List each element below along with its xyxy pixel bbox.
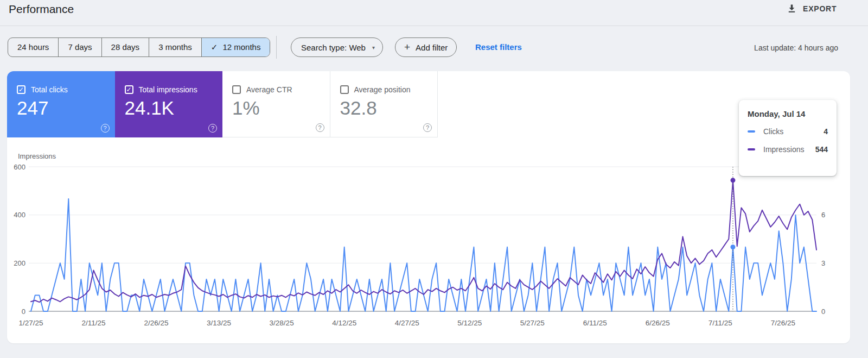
date-range-7-days[interactable]: 7 days bbox=[58, 38, 101, 56]
svg-text:2/11/25: 2/11/25 bbox=[82, 319, 106, 327]
performance-line-chart[interactable]: 02004006000369Impressions1/27/252/11/252… bbox=[7, 71, 850, 343]
header-divider bbox=[0, 26, 868, 26]
svg-text:5/12/25: 5/12/25 bbox=[457, 319, 482, 327]
search-type-label: Search type: Web bbox=[301, 43, 366, 52]
tooltip-clicks-value: 4 bbox=[824, 127, 828, 136]
tooltip-row-impressions: Impressions 544 bbox=[748, 145, 828, 154]
svg-text:7/11/25: 7/11/25 bbox=[709, 319, 732, 327]
svg-text:200: 200 bbox=[14, 259, 25, 267]
tooltip-date: Monday, Jul 14 bbox=[748, 109, 828, 118]
svg-text:5/27/25: 5/27/25 bbox=[520, 319, 545, 327]
chevron-down-icon: ▾ bbox=[372, 45, 375, 51]
svg-text:400: 400 bbox=[14, 211, 25, 219]
svg-text:3/13/25: 3/13/25 bbox=[207, 319, 231, 327]
svg-text:3/28/25: 3/28/25 bbox=[270, 319, 294, 327]
svg-text:7/26/25: 7/26/25 bbox=[771, 319, 795, 327]
date-range-3-months[interactable]: 3 months bbox=[149, 38, 201, 56]
page-title: Performance bbox=[9, 3, 74, 16]
date-range-12-months[interactable]: ✓ 12 months bbox=[201, 38, 270, 56]
date-range-12-months-label: 12 months bbox=[222, 38, 260, 56]
svg-text:4/27/25: 4/27/25 bbox=[395, 319, 419, 327]
reset-filters-link[interactable]: Reset filters bbox=[475, 42, 522, 52]
date-range-24-hours[interactable]: 24 hours bbox=[8, 38, 58, 56]
left-axis-title: Impressions bbox=[18, 152, 56, 160]
plus-icon: + bbox=[404, 41, 410, 53]
tooltip-impressions-value: 544 bbox=[815, 145, 828, 154]
svg-text:0: 0 bbox=[22, 307, 25, 316]
impressions-swatch-icon bbox=[748, 148, 755, 150]
search-type-dropdown[interactable]: Search type: Web ▾ bbox=[291, 37, 383, 57]
last-update-text: Last update: 4 hours ago bbox=[754, 43, 838, 52]
svg-text:6/26/25: 6/26/25 bbox=[646, 319, 670, 327]
svg-text:600: 600 bbox=[14, 163, 25, 171]
tooltip-impressions-label: Impressions bbox=[763, 145, 815, 154]
add-filter-button[interactable]: + Add filter bbox=[395, 37, 457, 57]
checkmark-icon: ✓ bbox=[211, 38, 218, 56]
date-range-28-days[interactable]: 28 days bbox=[101, 38, 149, 56]
svg-text:3: 3 bbox=[821, 259, 825, 267]
svg-text:6: 6 bbox=[821, 211, 825, 219]
svg-text:6/11/25: 6/11/25 bbox=[583, 319, 607, 327]
chart-tooltip: Monday, Jul 14 Clicks 4 Impressions 544 bbox=[739, 100, 837, 176]
add-filter-label: Add filter bbox=[416, 43, 448, 52]
performance-card: ✓ Total clicks 247 ? ✓ Total impressions… bbox=[7, 71, 850, 343]
download-icon bbox=[787, 3, 797, 14]
date-range-segmented-control: 24 hours 7 days 28 days 3 months ✓ 12 mo… bbox=[8, 37, 270, 57]
svg-text:0: 0 bbox=[821, 307, 825, 316]
filter-separator bbox=[276, 36, 277, 59]
export-button[interactable]: EXPORT bbox=[787, 3, 837, 14]
svg-text:1/27/25: 1/27/25 bbox=[18, 319, 43, 327]
clicks-swatch-icon bbox=[748, 130, 755, 133]
tooltip-clicks-label: Clicks bbox=[763, 127, 824, 136]
export-label: EXPORT bbox=[803, 4, 837, 13]
svg-text:4/12/25: 4/12/25 bbox=[332, 319, 356, 327]
svg-text:2/26/25: 2/26/25 bbox=[144, 319, 169, 327]
tooltip-row-clicks: Clicks 4 bbox=[748, 127, 828, 136]
